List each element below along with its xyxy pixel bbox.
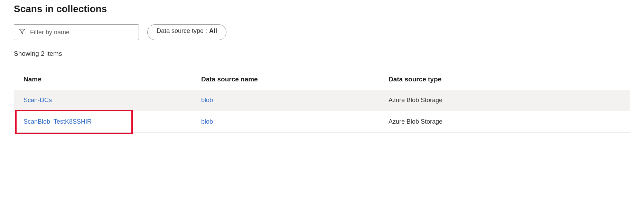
filter-by-name-input[interactable] [30, 29, 134, 36]
scans-table: Name Data source name Data source type S… [14, 71, 630, 133]
filter-by-name-wrap[interactable] [14, 24, 139, 40]
filter-row: Data source type : All [14, 24, 630, 40]
datasource-name-link[interactable]: blob [201, 97, 213, 104]
table-header: Name Data source name Data source type [14, 71, 630, 90]
table-row: Scan-DCsblobAzure Blob Storage [14, 90, 630, 111]
datasource-type-text: Azure Blob Storage [389, 97, 442, 104]
column-header-datasource-name[interactable]: Data source name [201, 76, 389, 83]
column-header-datasource-type[interactable]: Data source type [389, 76, 630, 83]
datasource-type-filter-label: Data source type : [157, 27, 207, 35]
datasource-type-text: Azure Blob Storage [389, 118, 442, 125]
column-header-name[interactable]: Name [14, 76, 201, 83]
datasource-type-filter-value: All [209, 27, 217, 35]
datasource-type-filter[interactable]: Data source type : All [147, 24, 226, 40]
datasource-name-link[interactable]: blob [201, 118, 213, 125]
scan-name-link[interactable]: Scan-DCs [24, 97, 52, 104]
scan-name-link[interactable]: ScanBlob_TestK8SSHIR [24, 118, 92, 125]
page-title: Scans in collections [14, 3, 630, 15]
table-row: ScanBlob_TestK8SSHIRblobAzure Blob Stora… [14, 111, 630, 133]
results-count: Showing 2 items [14, 50, 630, 57]
filter-icon [19, 28, 25, 36]
